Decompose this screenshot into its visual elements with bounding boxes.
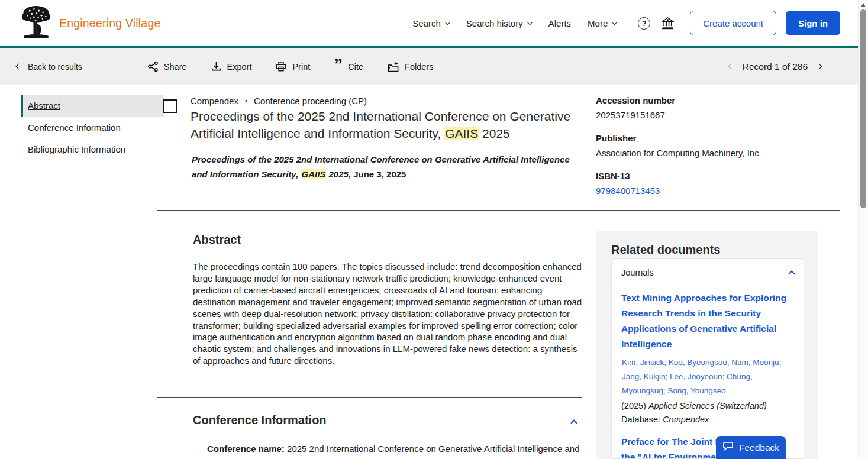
brand-name: Engineering Village xyxy=(59,17,160,30)
isbn-link[interactable]: 9798400713453 xyxy=(596,186,660,196)
scrollbar-up-arrow-icon[interactable] xyxy=(861,3,866,7)
quote-icon: ” xyxy=(334,62,343,72)
chevron-down-icon xyxy=(527,19,533,25)
accession-number-value: 20253719151667 xyxy=(596,110,844,120)
database-label: Compendex xyxy=(191,96,238,106)
printer-icon xyxy=(275,61,287,72)
section-divider xyxy=(157,210,840,211)
create-account-button[interactable]: Create account xyxy=(690,11,776,35)
journals-accordion-header[interactable]: Journals xyxy=(612,259,804,281)
chevron-down-icon xyxy=(444,19,450,25)
related-documents-heading: Related documents xyxy=(611,243,818,257)
toolbar-actions: Share Export Print ” xyxy=(147,61,434,73)
sidebar-item-abstract[interactable]: Abstract xyxy=(21,95,164,117)
search-term-highlight: GAIIS xyxy=(301,169,326,179)
record-metadata: Accession number 20253719151667 Publishe… xyxy=(596,95,844,196)
back-to-results-button[interactable]: Back to results xyxy=(17,62,82,72)
search-term-highlight: GAIIS xyxy=(444,127,479,140)
related-source-line: (2025) Applied Sciences (Switzerland) xyxy=(621,400,794,412)
header-nav: Search Search history Alerts More ? xyxy=(412,11,858,35)
feedback-button[interactable]: Feedback xyxy=(716,436,786,459)
download-icon xyxy=(211,61,222,72)
nav-search-history[interactable]: Search history xyxy=(466,18,532,28)
sign-in-button[interactable]: Sign in xyxy=(786,11,840,35)
share-button[interactable]: Share xyxy=(147,61,187,72)
nav-alerts[interactable]: Alerts xyxy=(548,18,571,28)
nav-more[interactable]: More xyxy=(588,18,617,28)
conference-name-row: Conference name: 2025 2nd International … xyxy=(207,441,583,459)
section-divider xyxy=(157,397,582,398)
print-button[interactable]: Print xyxy=(275,61,310,72)
record-toolbar: Back to results Share Export xyxy=(0,48,858,85)
chevron-left-icon xyxy=(16,64,22,70)
publisher-value: Association for Computing Machinery, Inc xyxy=(596,148,844,158)
brand[interactable]: Engineering Village xyxy=(20,5,160,41)
abstract-section-heading: Abstract xyxy=(193,233,241,247)
related-document-link[interactable]: Text Mining Approaches for Exploring Res… xyxy=(621,290,794,352)
record-pagination: Record 1 of 286 xyxy=(729,62,821,72)
record-select-checkbox[interactable] xyxy=(163,99,177,113)
related-documents-panel: Related documents Journals Text Mining A… xyxy=(596,231,818,459)
speech-bubble-icon xyxy=(722,441,734,454)
publisher-label: Publisher xyxy=(596,133,844,143)
chevron-up-icon xyxy=(788,270,795,277)
institution-icon[interactable] xyxy=(661,16,675,30)
related-authors-links[interactable]: Kim, Jinsick; Koo, Byeongsoo; Nam, Moonj… xyxy=(622,355,795,398)
isbn-label: ISBN-13 xyxy=(596,171,844,181)
record-position-label: Record 1 of 286 xyxy=(743,62,808,72)
export-button[interactable]: Export xyxy=(211,61,252,72)
folders-button[interactable]: Folders xyxy=(387,61,433,73)
help-icon[interactable]: ? xyxy=(638,17,650,30)
conference-section-heading: Conference Information xyxy=(193,413,327,427)
scrollbar-thumb[interactable] xyxy=(860,9,866,208)
share-icon xyxy=(147,61,159,72)
sidebar-item-conference-information[interactable]: Conference Information xyxy=(21,117,164,138)
related-documents-card: Journals Text Mining Approaches for Expl… xyxy=(611,258,804,459)
nav-search[interactable]: Search xyxy=(412,18,450,28)
collapse-section-icon[interactable] xyxy=(572,417,576,428)
next-record-icon[interactable] xyxy=(817,64,822,70)
separator-dot: • xyxy=(245,97,247,105)
page-scrollbar[interactable] xyxy=(858,0,868,459)
cite-button[interactable]: ” Cite xyxy=(334,62,363,72)
record-source-line: Proceedings of the 2025 2nd Internationa… xyxy=(192,153,582,182)
previous-record-icon[interactable] xyxy=(728,64,734,70)
elsevier-tree-logo-icon xyxy=(20,5,52,41)
abstract-text: The proceedings contain 100 papers. The … xyxy=(193,261,583,367)
sidebar-item-bibliographic-information[interactable]: Bibliographic Information xyxy=(21,138,164,160)
app-header: Engineering Village Search Search histor… xyxy=(0,0,858,46)
doc-type-label: Conference proceeding (CP) xyxy=(254,96,367,106)
folder-add-icon xyxy=(387,61,399,73)
conference-name-label: Conference name: xyxy=(207,444,285,454)
database-name: Compendex xyxy=(663,415,709,424)
record-section-nav: Abstract Conference Information Bibliogr… xyxy=(21,95,164,160)
journal-name: Applied Sciences (Switzerland) xyxy=(648,401,767,410)
record-title: Proceedings of the 2025 2nd Internationa… xyxy=(191,108,593,142)
chevron-down-icon xyxy=(612,19,618,25)
journals-group-label: Journals xyxy=(621,268,654,277)
accession-number-label: Accession number xyxy=(596,95,844,105)
record-eyebrow: Compendex • Conference proceeding (CP) xyxy=(191,96,367,106)
related-database-line: Database: Compendex xyxy=(621,413,794,425)
